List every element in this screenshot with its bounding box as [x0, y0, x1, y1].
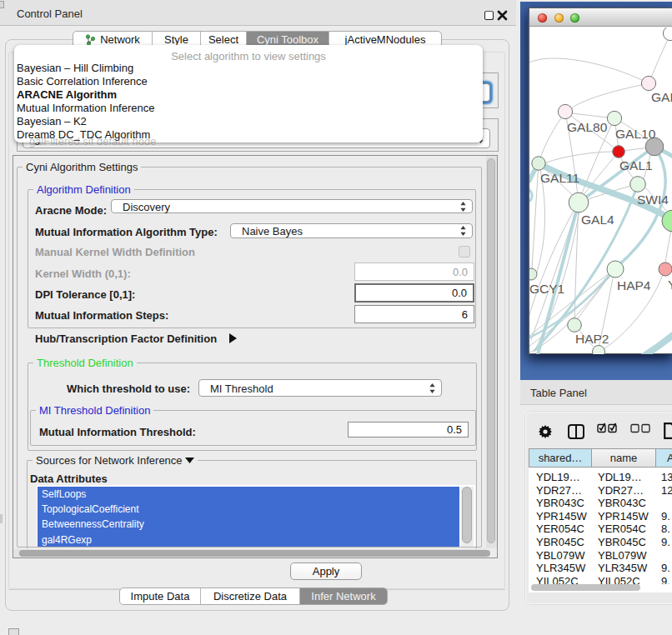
svg-text:GAL10: GAL10: [615, 127, 656, 141]
svg-text:SWI4: SWI4: [637, 192, 669, 207]
svg-text:GAL4: GAL4: [581, 212, 614, 227]
svg-text:HAP4: HAP4: [617, 278, 651, 292]
svg-text:GAL1: GAL1: [619, 158, 653, 172]
svg-text:GAL2: GAL2: [651, 90, 672, 104]
svg-text:HAP2: HAP2: [575, 332, 609, 346]
svg-text:GCY1: GCY1: [529, 282, 564, 296]
svg-text:Y: Y: [668, 278, 672, 292]
svg-text:GAL11: GAL11: [540, 171, 579, 185]
svg-text:GAL80: GAL80: [567, 120, 608, 134]
